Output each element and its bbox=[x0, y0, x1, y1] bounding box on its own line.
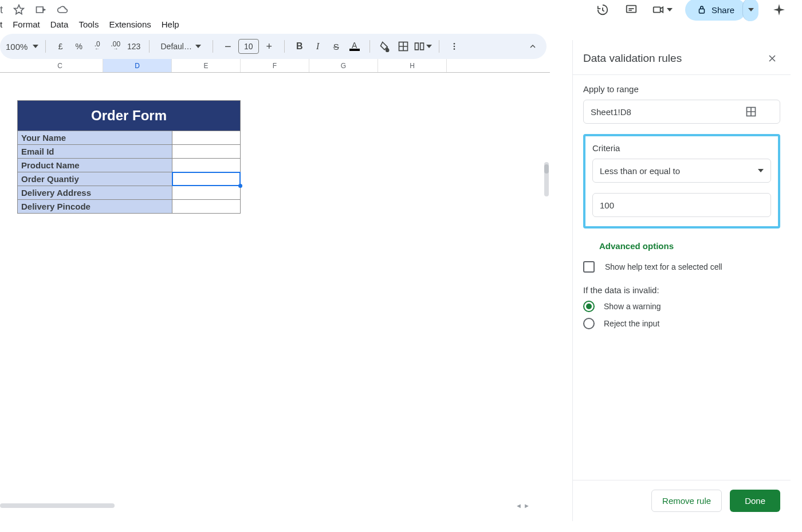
form-label: Delivery Pincode bbox=[18, 200, 172, 213]
merge-cells-button[interactable] bbox=[414, 38, 432, 54]
toolbar: 100% £ % .0← .00→ 123 Defaul… − 10 + B I… bbox=[0, 34, 547, 59]
sheet-grid[interactable]: Order Form Your NameEmail IdProduct Name… bbox=[0, 73, 550, 496]
horizontal-scrollbar[interactable] bbox=[0, 503, 115, 508]
invalid-data-label: If the data is invalid: bbox=[583, 285, 780, 295]
star-icon[interactable] bbox=[11, 2, 27, 18]
form-row-2: Product Name bbox=[18, 158, 240, 172]
menu-data[interactable]: Data bbox=[50, 19, 69, 29]
form-value-cell[interactable] bbox=[172, 186, 240, 199]
criteria-dropdown[interactable]: Less than or equal to bbox=[592, 159, 771, 183]
bold-button[interactable]: B bbox=[292, 38, 308, 54]
menu-tools[interactable]: Tools bbox=[78, 19, 99, 29]
form-value-cell[interactable] bbox=[172, 200, 240, 213]
radio-reject-input[interactable] bbox=[583, 318, 595, 329]
form-row-0: Your Name bbox=[18, 131, 240, 144]
radio-show-warning[interactable] bbox=[583, 301, 595, 312]
gemini-icon[interactable] bbox=[771, 2, 787, 18]
radio-show-warning-row[interactable]: Show a warning bbox=[583, 301, 780, 312]
italic-button[interactable]: I bbox=[310, 38, 326, 54]
radio-reject-input-row[interactable]: Reject the input bbox=[583, 318, 780, 329]
share-button[interactable]: Share bbox=[685, 0, 746, 21]
meet-icon[interactable] bbox=[652, 2, 673, 18]
titlebar: t Share bbox=[0, 0, 802, 17]
close-panel-button[interactable] bbox=[764, 50, 780, 66]
move-icon[interactable] bbox=[33, 2, 49, 18]
remove-rule-button[interactable]: Remove rule bbox=[651, 490, 722, 512]
share-label: Share bbox=[711, 5, 734, 15]
criteria-option-label: Less than or equal to bbox=[600, 166, 680, 176]
share-dropdown[interactable] bbox=[742, 0, 758, 21]
criteria-highlight-box: Criteria Less than or equal to 100 bbox=[583, 134, 780, 228]
form-label: Email Id bbox=[18, 145, 172, 158]
column-header-d[interactable]: D bbox=[103, 59, 172, 72]
radio-reject-input-label: Reject the input bbox=[604, 319, 659, 328]
column-header-e[interactable]: E bbox=[172, 59, 241, 72]
vertical-scrollbar-thumb[interactable] bbox=[544, 164, 549, 174]
form-row-3: Order Quantiy bbox=[18, 172, 240, 186]
increase-font-size[interactable]: + bbox=[261, 38, 277, 54]
svg-point-6 bbox=[453, 46, 455, 48]
apply-range-input[interactable]: Sheet1!D8 bbox=[583, 100, 780, 124]
menu-item-tail[interactable]: t bbox=[0, 19, 2, 29]
font-family-select[interactable]: Defaul… bbox=[156, 38, 206, 54]
criteria-value-input[interactable]: 100 bbox=[592, 193, 771, 217]
svg-marker-0 bbox=[14, 5, 24, 14]
history-icon[interactable] bbox=[595, 2, 611, 18]
form-value-cell[interactable] bbox=[172, 131, 240, 144]
column-header-c[interactable]: C bbox=[17, 59, 103, 72]
apply-range-label: Apply to range bbox=[583, 84, 780, 94]
svg-point-5 bbox=[453, 43, 455, 45]
menu-extensions[interactable]: Extensions bbox=[109, 19, 151, 29]
menu-help[interactable]: Help bbox=[162, 19, 179, 29]
criteria-value: 100 bbox=[600, 200, 614, 210]
sheet-area: CDEFGH Order Form Your NameEmail IdProdu… bbox=[0, 59, 550, 513]
form-row-1: Email Id bbox=[18, 144, 240, 158]
zoom-select[interactable]: 100% bbox=[6, 38, 38, 54]
order-form-title: Order Form bbox=[18, 101, 240, 131]
done-button[interactable]: Done bbox=[730, 490, 780, 512]
selected-cell-d8[interactable] bbox=[172, 172, 240, 186]
help-text-checkbox[interactable] bbox=[583, 261, 595, 273]
doc-title-tail: t bbox=[0, 4, 3, 16]
increase-decimal[interactable]: .00→ bbox=[108, 38, 124, 54]
strikethrough-button[interactable]: S bbox=[328, 38, 344, 54]
form-row-4: Delivery Address bbox=[18, 186, 240, 199]
order-form-box: Order Form Your NameEmail IdProduct Name… bbox=[17, 100, 241, 214]
select-range-icon[interactable] bbox=[745, 106, 757, 117]
chevron-down-icon bbox=[758, 169, 764, 172]
cloud-status-icon[interactable] bbox=[54, 2, 70, 18]
format-number[interactable]: 123 bbox=[126, 38, 142, 54]
help-text-checkbox-row[interactable]: Show help text for a selected cell bbox=[583, 261, 780, 273]
decrease-decimal[interactable]: .0← bbox=[89, 38, 105, 54]
form-value-cell[interactable] bbox=[172, 159, 240, 172]
column-header-f[interactable]: F bbox=[241, 59, 309, 72]
font-size-input[interactable]: 10 bbox=[238, 39, 259, 54]
menu-format[interactable]: Format bbox=[13, 19, 40, 29]
decrease-font-size[interactable]: − bbox=[220, 38, 236, 54]
column-header-h[interactable]: H bbox=[378, 59, 447, 72]
comment-icon[interactable] bbox=[623, 2, 639, 18]
form-label: Product Name bbox=[18, 159, 172, 172]
collapse-toolbar-button[interactable] bbox=[525, 38, 541, 54]
advanced-options-toggle[interactable]: Advanced options bbox=[599, 241, 780, 251]
form-label: Delivery Address bbox=[18, 186, 172, 199]
more-tools-button[interactable] bbox=[446, 38, 462, 54]
svg-point-7 bbox=[453, 48, 455, 50]
column-headers: CDEFGH bbox=[0, 59, 550, 73]
criteria-label: Criteria bbox=[592, 143, 771, 153]
range-value: Sheet1!D8 bbox=[591, 107, 631, 117]
form-value-cell[interactable] bbox=[172, 145, 240, 158]
format-currency[interactable]: £ bbox=[53, 38, 69, 54]
help-text-label: Show help text for a selected cell bbox=[605, 262, 722, 271]
svg-rect-3 bbox=[699, 9, 704, 14]
borders-button[interactable] bbox=[395, 38, 411, 54]
panel-title: Data validation rules bbox=[583, 52, 682, 65]
text-color-button[interactable]: A bbox=[347, 38, 363, 54]
form-label: Order Quantiy bbox=[18, 172, 172, 186]
column-header-g[interactable]: G bbox=[309, 59, 378, 72]
radio-show-warning-label: Show a warning bbox=[604, 302, 661, 311]
svg-rect-2 bbox=[654, 7, 661, 12]
fill-color-button[interactable] bbox=[377, 38, 393, 54]
sheet-nav-arrows[interactable]: ◄ ► bbox=[516, 502, 538, 509]
format-percent[interactable]: % bbox=[71, 38, 87, 54]
